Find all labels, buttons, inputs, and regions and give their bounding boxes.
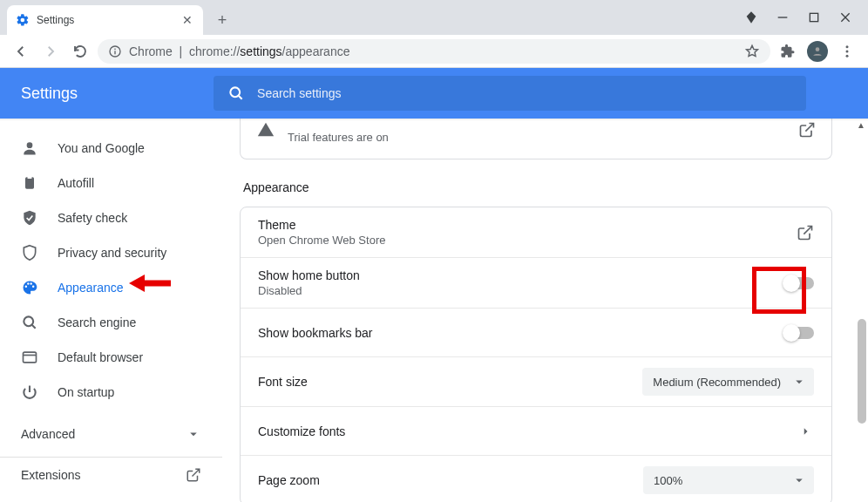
- bookmark-star-icon[interactable]: [744, 44, 760, 59]
- settings-title: Settings: [21, 85, 78, 103]
- svg-point-7: [816, 47, 820, 51]
- row-page-zoom: Page zoom 100%: [241, 456, 831, 502]
- back-button[interactable]: [9, 39, 33, 64]
- site-info-icon[interactable]: [108, 44, 122, 58]
- sidebar-item-label: On startup: [58, 385, 114, 399]
- scrollbar-thumb[interactable]: [858, 319, 866, 424]
- row-label: Show home button: [258, 268, 360, 282]
- new-tab-button[interactable]: +: [210, 8, 234, 32]
- row-sublabel: Open Chrome Web Store: [258, 234, 385, 247]
- settings-search-input[interactable]: [257, 86, 792, 100]
- tab-close-icon[interactable]: ✕: [180, 13, 194, 27]
- shield-check-icon: [21, 209, 38, 227]
- svg-line-12: [239, 96, 242, 99]
- chevron-down-icon: [791, 374, 807, 390]
- search-icon: [21, 314, 38, 331]
- row-label: Theme: [258, 218, 385, 232]
- settings-search[interactable]: [214, 76, 806, 111]
- sidebar-item-label: You and Google: [58, 141, 145, 155]
- address-bar[interactable]: Chrome | chrome://settings/appearance: [98, 39, 770, 64]
- sidebar-item-on-startup[interactable]: On startup: [0, 375, 222, 410]
- sidebar-item-you-and-google[interactable]: You and Google: [0, 131, 222, 166]
- window-maximize-button[interactable]: [807, 10, 821, 24]
- sidebar-item-autofill[interactable]: Autofill: [0, 166, 222, 200]
- row-customize-fonts[interactable]: Customize fonts: [241, 407, 831, 456]
- url-text: Chrome | chrome://settings/appearance: [129, 44, 349, 58]
- menu-button[interactable]: [835, 39, 859, 64]
- row-theme[interactable]: Theme Open Chrome Web Store: [241, 207, 831, 258]
- appearance-card: Theme Open Chrome Web Store Show home bu…: [240, 207, 832, 502]
- row-show-bookmarks-bar: Show bookmarks bar: [241, 309, 831, 357]
- chevron-down-icon: [791, 472, 807, 488]
- shield-icon: [21, 244, 38, 261]
- power-icon: [21, 383, 38, 401]
- section-title: Appearance: [243, 180, 832, 194]
- open-external-icon[interactable]: [798, 121, 816, 139]
- sidebar-item-label: Privacy and security: [58, 246, 166, 260]
- svg-rect-14: [25, 177, 34, 188]
- toggle-show-home-button[interactable]: [784, 277, 814, 289]
- sidebar-item-search-engine[interactable]: Search engine: [0, 305, 222, 340]
- svg-point-10: [846, 54, 849, 57]
- svg-line-17: [32, 325, 36, 329]
- row-label: Font size: [258, 375, 308, 389]
- extensions-button[interactable]: [776, 39, 800, 64]
- svg-rect-1: [810, 13, 817, 21]
- browser-tab[interactable]: Settings ✕: [7, 5, 203, 35]
- sidebar-item-default-browser[interactable]: Default browser: [0, 340, 222, 375]
- toggle-show-bookmarks-bar[interactable]: [784, 327, 814, 339]
- search-icon: [227, 85, 245, 102]
- chevron-down-icon: [186, 426, 201, 442]
- row-sublabel: Disabled: [258, 284, 360, 297]
- sidebar-item-privacy-security[interactable]: Privacy and security: [0, 235, 222, 270]
- svg-point-11: [230, 87, 240, 97]
- row-show-home-button: Show home button Disabled: [241, 258, 831, 309]
- sidebar-section-label: Advanced: [21, 427, 75, 441]
- svg-rect-6: [114, 51, 115, 54]
- profile-button[interactable]: [805, 39, 830, 64]
- settings-header: Settings: [0, 68, 868, 119]
- svg-point-9: [846, 50, 849, 52]
- settings-main: Trial features are on Appearance Theme O…: [222, 119, 868, 502]
- tab-title: Settings: [37, 14, 173, 26]
- sidebar-item-label: Autofill: [58, 176, 94, 190]
- window-minimize-button[interactable]: [776, 10, 790, 24]
- sidebar-item-label: Appearance: [58, 281, 124, 295]
- forward-button[interactable]: [38, 39, 63, 64]
- browser-icon: [21, 349, 38, 366]
- svg-rect-18: [24, 352, 37, 363]
- row-font-size: Font size Medium (Recommended): [241, 357, 831, 407]
- sidebar-extensions[interactable]: Extensions: [0, 457, 222, 492]
- person-icon: [21, 139, 38, 157]
- row-label: Page zoom: [258, 473, 320, 487]
- svg-point-5: [114, 48, 116, 50]
- svg-point-8: [846, 45, 849, 48]
- select-value: 100%: [654, 474, 682, 487]
- row-label: Customize fonts: [258, 424, 345, 438]
- incognito-indicator-icon: [744, 10, 758, 24]
- row-label: Show bookmarks bar: [258, 326, 373, 340]
- sidebar-item-label: Search engine: [58, 315, 136, 329]
- sidebar-item-appearance[interactable]: Appearance: [0, 270, 222, 305]
- sidebar-item-safety-check[interactable]: Safety check: [0, 200, 222, 235]
- banner-text: Trial features are on: [288, 131, 389, 144]
- select-value: Medium (Recommended): [653, 376, 781, 389]
- palette-icon: [21, 279, 38, 296]
- open-external-icon: [186, 467, 201, 483]
- select-page-zoom[interactable]: 100%: [643, 466, 814, 494]
- svg-rect-15: [28, 176, 32, 179]
- settings-gear-icon: [16, 13, 30, 27]
- reload-button[interactable]: [68, 39, 92, 64]
- select-font-size[interactable]: Medium (Recommended): [642, 368, 814, 396]
- scrollbar-up-arrow[interactable]: ▲: [857, 120, 865, 130]
- sidebar-advanced[interactable]: Advanced: [0, 417, 222, 451]
- svg-point-13: [27, 142, 33, 148]
- window-close-button[interactable]: [838, 10, 852, 24]
- chevron-right-icon: [798, 424, 814, 439]
- sidebar-section-label: Extensions: [21, 468, 80, 482]
- trial-features-banner[interactable]: Trial features are on: [240, 119, 832, 159]
- settings-sidebar: You and Google Autofill Safety check Pri…: [0, 119, 222, 502]
- warning-icon: [256, 120, 275, 139]
- browser-toolbar: Chrome | chrome://settings/appearance: [0, 35, 868, 68]
- open-external-icon[interactable]: [797, 224, 814, 241]
